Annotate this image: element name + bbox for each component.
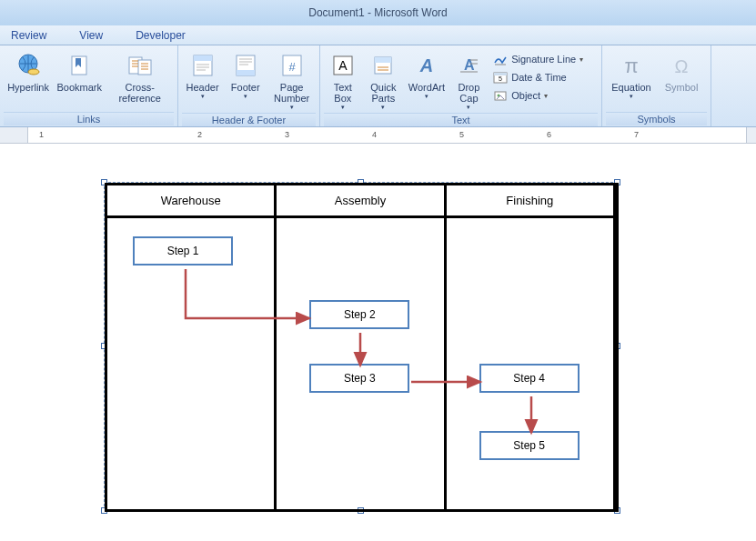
hyperlink-button[interactable]: Hyperlink — [4, 49, 53, 95]
ruler-tick: 7 — [634, 130, 639, 139]
bookmark-icon — [65, 51, 94, 80]
pi-icon: π — [617, 51, 646, 80]
page: Warehouse Step 1 Assembly Step 2 Step 3 … — [22, 155, 731, 536]
svg-text:5: 5 — [499, 75, 502, 82]
date-time-icon: 5 — [493, 70, 508, 85]
svg-text:#: # — [288, 60, 296, 74]
group-links: Hyperlink Bookmark Cross-reference Links — [0, 45, 178, 126]
globe-link-icon — [14, 51, 43, 80]
wordart-icon: A — [412, 51, 441, 80]
swimlane-diagram: Warehouse Step 1 Assembly Step 2 Step 3 … — [105, 183, 619, 512]
tab-developer[interactable]: Developer — [128, 27, 193, 44]
step-box-2[interactable]: Step 2 — [309, 300, 409, 329]
equation-button[interactable]: π Equation▾ — [606, 49, 657, 102]
footer-button[interactable]: Footer▾ — [225, 49, 266, 102]
date-time-button[interactable]: 5Date & Time — [489, 69, 598, 85]
svg-text:π: π — [624, 55, 638, 77]
cross-ref-icon — [126, 51, 155, 80]
lane-header: Warehouse — [107, 185, 274, 218]
object-icon — [493, 88, 508, 103]
title-bar: Document1 - Microsoft Word — [0, 0, 756, 25]
text-box-button[interactable]: A Text Box▾ — [324, 49, 362, 113]
ribbon: Hyperlink Bookmark Cross-reference Links… — [0, 45, 756, 127]
svg-point-1 — [28, 69, 39, 75]
svg-text:A: A — [419, 55, 433, 75]
ruler-tick: 1 — [39, 130, 44, 139]
signature-line-button[interactable]: Signature Line▾ — [489, 51, 598, 67]
document-area[interactable]: Warehouse Step 1 Assembly Step 2 Step 3 … — [0, 144, 756, 541]
symbol-button[interactable]: Ω Symbol — [659, 49, 704, 95]
ruler-tick: 3 — [285, 130, 289, 139]
object-button[interactable]: Object▾ — [489, 87, 598, 104]
svg-text:Ω: Ω — [675, 56, 689, 76]
window-title: Document1 - Microsoft Word — [308, 6, 448, 19]
ruler-tick: 2 — [197, 130, 202, 139]
step-box-5[interactable]: Step 5 — [479, 431, 580, 460]
group-symbols-label: Symbols — [606, 112, 707, 125]
page-number-icon: # — [277, 51, 307, 80]
drop-cap-icon: A — [454, 51, 483, 80]
header-icon — [188, 51, 217, 80]
step-box-4[interactable]: Step 4 — [479, 364, 580, 393]
svg-rect-4 — [138, 60, 151, 75]
bookmark-button[interactable]: Bookmark — [55, 49, 104, 95]
group-links-label: Links — [4, 112, 174, 125]
horizontal-ruler[interactable]: 1 2 3 4 5 6 7 — [0, 127, 756, 144]
group-text: A Text Box▾ Quick Parts▾ A WordArt▾ A Dr… — [320, 45, 602, 126]
signature-icon — [493, 52, 508, 66]
tab-view[interactable]: View — [72, 27, 110, 44]
svg-rect-8 — [237, 70, 255, 75]
svg-text:A: A — [338, 58, 348, 73]
ruler-tick: 6 — [547, 130, 551, 139]
ruler-tick: 5 — [459, 130, 464, 139]
ribbon-tabs: Review View Developer — [0, 25, 756, 45]
step-box-3[interactable]: Step 3 — [309, 364, 409, 393]
ruler-tick: 4 — [372, 130, 377, 139]
svg-rect-14 — [375, 57, 391, 63]
svg-rect-6 — [194, 55, 212, 61]
tab-review[interactable]: Review — [4, 27, 54, 44]
drop-cap-button[interactable]: A Drop Cap▾ — [450, 49, 489, 113]
quick-parts-icon — [368, 51, 398, 80]
group-header-footer: Header▾ Footer▾ # Page Number▾ Header & … — [178, 45, 320, 126]
lane-assembly: Assembly Step 2 Step 3 — [277, 185, 446, 509]
wordart-button[interactable]: A WordArt▾ — [405, 49, 449, 102]
page-number-button[interactable]: # Page Number▾ — [267, 49, 316, 113]
omega-icon: Ω — [667, 51, 696, 80]
quick-parts-button[interactable]: Quick Parts▾ — [364, 49, 404, 113]
lane-warehouse: Warehouse Step 1 — [107, 185, 277, 509]
cross-reference-button[interactable]: Cross-reference — [106, 49, 174, 105]
footer-icon — [231, 51, 260, 80]
group-text-label: Text — [324, 113, 598, 126]
lane-header: Assembly — [277, 185, 443, 218]
lane-finishing: Finishing Step 4 Step 5 — [447, 185, 616, 509]
step-box-1[interactable]: Step 1 — [133, 236, 233, 265]
canvas-selection[interactable]: Warehouse Step 1 Assembly Step 2 Step 3 … — [104, 182, 618, 511]
lane-header: Finishing — [447, 185, 613, 218]
header-button[interactable]: Header▾ — [182, 49, 223, 102]
text-box-icon: A — [328, 51, 358, 80]
group-symbols: π Equation▾ Ω Symbol Symbols — [602, 45, 711, 126]
group-hf-label: Header & Footer — [182, 113, 316, 126]
